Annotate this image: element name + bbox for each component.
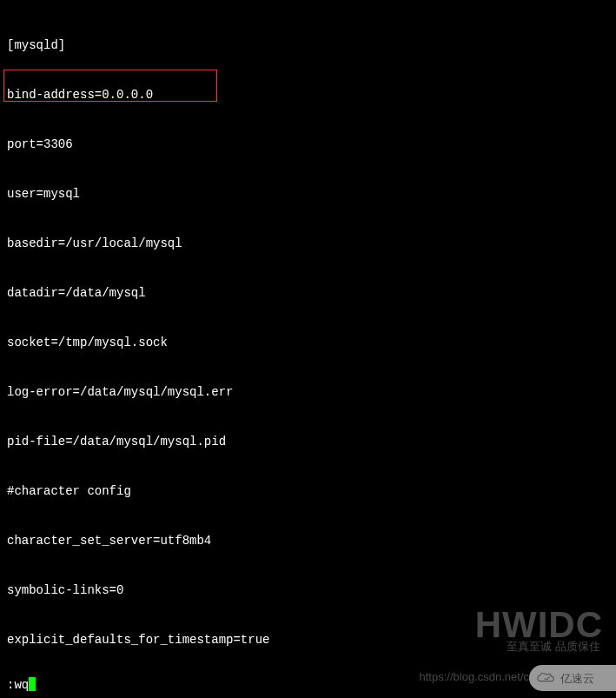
config-line: user=mysql — [7, 186, 609, 203]
vim-command-line[interactable]: :wq — [7, 677, 36, 694]
config-line: pid-file=/data/mysql/mysql.pid — [7, 434, 609, 450]
cursor-icon — [29, 677, 36, 691]
config-line: socket=/tmp/mysql.sock — [7, 335, 609, 351]
vim-command: :wq — [7, 678, 29, 692]
config-line: explicit_defaults_for_timestamp=true — [7, 632, 609, 648]
config-line: datadir=/data/mysql — [7, 285, 609, 302]
config-line: character_set_server=utf8mb4 — [7, 533, 609, 549]
config-line: #character config — [7, 483, 609, 500]
config-line: log-error=/data/mysql/mysql.err — [7, 384, 609, 401]
config-line: bind-address=0.0.0.0 — [7, 87, 609, 103]
empty-line — [7, 681, 609, 698]
vim-editor[interactable]: [mysqld] bind-address=0.0.0.0 port=3306 … — [0, 0, 616, 698]
config-line: [mysqld] — [7, 37, 609, 54]
config-line: basedir=/usr/local/mysql — [7, 236, 609, 252]
config-line: port=3306 — [7, 136, 609, 153]
config-line: symbolic-links=0 — [7, 582, 609, 599]
